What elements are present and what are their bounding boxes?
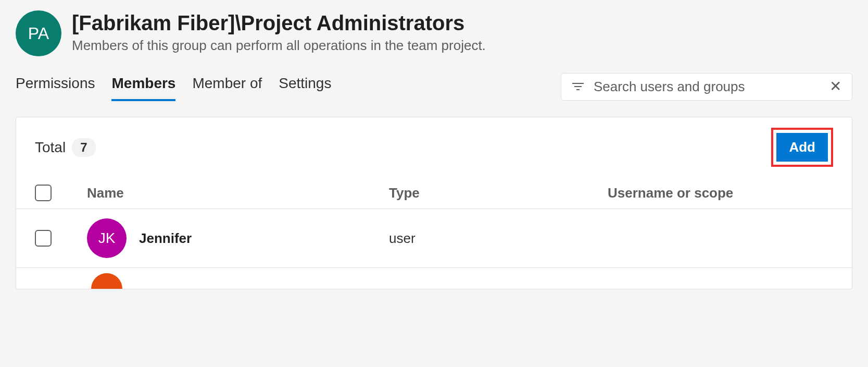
table-header: Name Type Username or scope: [16, 177, 852, 209]
tab-permissions[interactable]: Permissions: [16, 72, 95, 101]
tabs-row: Permissions Members Member of Settings ✕: [16, 72, 852, 101]
total-label: Total: [35, 139, 66, 156]
col-type-header[interactable]: Type: [389, 185, 608, 201]
header-text: [Fabrikam Fiber]\Project Administrators …: [72, 10, 852, 54]
row-checkbox-cell: [35, 230, 87, 247]
panel-header: Total 7 Add: [16, 117, 852, 177]
search-box[interactable]: ✕: [561, 73, 852, 101]
add-button[interactable]: Add: [776, 133, 828, 162]
select-all-checkbox[interactable]: [35, 185, 52, 201]
col-name-header[interactable]: Name: [87, 185, 389, 201]
filter-icon[interactable]: [572, 80, 584, 93]
total-wrap: Total 7: [35, 138, 96, 157]
add-highlight: Add: [771, 128, 833, 167]
tabs: Permissions Members Member of Settings: [16, 72, 331, 101]
total-count-badge: 7: [72, 138, 95, 157]
row-checkbox[interactable]: [35, 230, 52, 247]
partial-avatar: [91, 273, 122, 289]
table-row[interactable]: JK Jennifer user: [16, 209, 852, 268]
members-panel: Total 7 Add Name Type Username or scope …: [16, 117, 852, 289]
tab-member-of[interactable]: Member of: [192, 72, 262, 101]
user-name: Jennifer: [139, 230, 192, 247]
tab-members[interactable]: Members: [111, 72, 175, 101]
group-avatar: PA: [16, 10, 61, 56]
page-header: PA [Fabrikam Fiber]\Project Administrato…: [16, 10, 852, 56]
group-title: [Fabrikam Fiber]\Project Administrators: [72, 10, 852, 35]
user-cell: JK Jennifer: [87, 218, 389, 258]
partial-row: [16, 268, 852, 289]
tab-settings[interactable]: Settings: [279, 72, 331, 101]
user-avatar: JK: [87, 218, 127, 258]
group-description: Members of this group can perform all op…: [72, 38, 852, 54]
search-input[interactable]: [594, 79, 820, 95]
close-icon[interactable]: ✕: [829, 79, 841, 94]
col-scope-header[interactable]: Username or scope: [608, 185, 833, 201]
col-checkbox-header: [35, 185, 87, 201]
user-type: user: [389, 230, 608, 247]
